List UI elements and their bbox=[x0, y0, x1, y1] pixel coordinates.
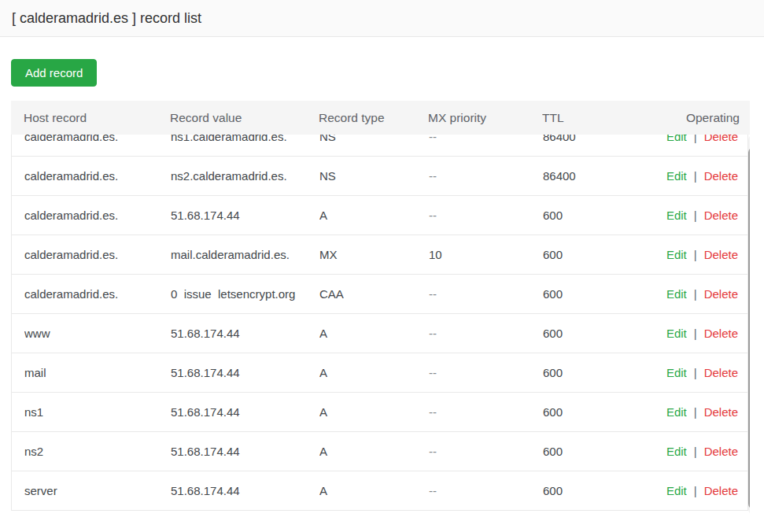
delete-link[interactable]: Delete bbox=[704, 484, 738, 497]
record-type-cell: MX bbox=[319, 248, 429, 261]
host-record-cell: server bbox=[24, 484, 171, 497]
page-title: [ calderamadrid.es ] record list bbox=[12, 10, 201, 27]
record-value-cell: 51.68.174.44 bbox=[171, 405, 319, 419]
column-header-record-value: Record value bbox=[170, 111, 319, 125]
scrollbar-thumb[interactable] bbox=[748, 147, 750, 509]
delete-link[interactable]: Delete bbox=[704, 209, 738, 222]
record-type-cell: A bbox=[319, 405, 429, 419]
ttl-cell: 86400 bbox=[543, 135, 630, 143]
operating-cell: Edit|Delete bbox=[630, 327, 747, 340]
mx-priority-cell: -- bbox=[429, 405, 543, 419]
table-scrollbar[interactable] bbox=[748, 135, 750, 515]
delete-link[interactable]: Delete bbox=[704, 287, 738, 301]
action-separator: | bbox=[694, 405, 697, 419]
record-type-cell: A bbox=[319, 209, 429, 222]
mx-priority-cell: -- bbox=[429, 169, 543, 183]
column-header-operating: Operating bbox=[629, 111, 750, 125]
action-separator: | bbox=[694, 327, 697, 340]
mx-priority-cell: -- bbox=[429, 209, 543, 222]
operating-cell: Edit|Delete bbox=[630, 209, 747, 222]
mx-priority-cell: -- bbox=[429, 135, 543, 143]
record-type-cell: NS bbox=[319, 169, 429, 183]
record-value-cell: ns2.calderamadrid.es. bbox=[171, 169, 319, 183]
operating-cell: Edit|Delete bbox=[630, 169, 747, 183]
record-type-cell: A bbox=[319, 445, 429, 458]
table-row: calderamadrid.es. ns2.calderamadrid.es. … bbox=[11, 157, 748, 196]
table-row: www 51.68.174.44 A -- 600 Edit|Delete bbox=[11, 314, 748, 353]
operating-cell: Edit|Delete bbox=[630, 484, 747, 497]
table-body-viewport[interactable]: calderamadrid.es. ns1.calderamadrid.es. … bbox=[11, 135, 750, 515]
edit-link[interactable]: Edit bbox=[666, 135, 687, 143]
edit-link[interactable]: Edit bbox=[666, 484, 687, 497]
ttl-cell: 86400 bbox=[543, 169, 630, 183]
edit-link[interactable]: Edit bbox=[666, 445, 687, 458]
action-separator: | bbox=[694, 484, 697, 497]
operating-cell: Edit|Delete bbox=[630, 366, 747, 379]
edit-link[interactable]: Edit bbox=[666, 327, 687, 340]
mx-priority-cell: 10 bbox=[429, 248, 543, 261]
delete-link[interactable]: Delete bbox=[704, 405, 738, 419]
record-value-cell: ns1.calderamadrid.es. bbox=[171, 135, 319, 143]
table-body-content: calderamadrid.es. ns1.calderamadrid.es. … bbox=[11, 135, 748, 511]
record-type-cell: A bbox=[319, 327, 429, 340]
host-record-cell: calderamadrid.es. bbox=[24, 169, 171, 183]
column-header-ttl: TTL bbox=[542, 111, 629, 125]
mx-priority-cell: -- bbox=[429, 366, 543, 379]
delete-link[interactable]: Delete bbox=[704, 366, 738, 379]
action-separator: | bbox=[694, 445, 697, 458]
table-row: ns2 51.68.174.44 A -- 600 Edit|Delete bbox=[11, 432, 748, 471]
mx-priority-cell: -- bbox=[429, 287, 543, 301]
mx-priority-cell: -- bbox=[429, 327, 543, 340]
ttl-cell: 600 bbox=[543, 209, 630, 222]
ttl-cell: 600 bbox=[543, 366, 630, 379]
delete-link[interactable]: Delete bbox=[704, 169, 738, 183]
table-row: calderamadrid.es. 51.68.174.44 A -- 600 … bbox=[11, 196, 748, 235]
record-type-cell: A bbox=[319, 484, 429, 497]
host-record-cell: calderamadrid.es. bbox=[24, 135, 171, 143]
ttl-cell: 600 bbox=[543, 405, 630, 419]
record-value-cell: mail.calderamadrid.es. bbox=[171, 248, 319, 261]
edit-link[interactable]: Edit bbox=[666, 287, 687, 301]
ttl-cell: 600 bbox=[543, 484, 630, 497]
table-header-row: Host record Record value Record type MX … bbox=[11, 101, 750, 135]
action-separator: | bbox=[694, 209, 697, 222]
toolbar: Add record bbox=[11, 59, 764, 87]
table-row: calderamadrid.es. mail.calderamadrid.es.… bbox=[11, 235, 748, 275]
add-record-button[interactable]: Add record bbox=[11, 59, 97, 87]
record-value-cell: 51.68.174.44 bbox=[171, 445, 319, 458]
record-table: Host record Record value Record type MX … bbox=[11, 101, 750, 515]
operating-cell: Edit|Delete bbox=[630, 135, 747, 143]
mx-priority-cell: -- bbox=[429, 484, 543, 497]
operating-cell: Edit|Delete bbox=[630, 445, 747, 458]
delete-link[interactable]: Delete bbox=[704, 248, 738, 261]
host-record-cell: ns1 bbox=[24, 405, 171, 419]
table-row: server 51.68.174.44 A -- 600 Edit|Delete bbox=[11, 471, 748, 511]
table-row: calderamadrid.es. 0 issue letsencrypt.or… bbox=[11, 275, 748, 314]
record-value-cell: 0 issue letsencrypt.org bbox=[171, 287, 319, 301]
edit-link[interactable]: Edit bbox=[666, 248, 687, 261]
host-record-cell: mail bbox=[24, 366, 171, 379]
operating-cell: Edit|Delete bbox=[630, 287, 747, 301]
delete-link[interactable]: Delete bbox=[704, 327, 738, 340]
column-header-mx-priority: MX priority bbox=[428, 111, 542, 125]
delete-link[interactable]: Delete bbox=[704, 135, 738, 143]
action-separator: | bbox=[694, 169, 697, 183]
page-header-bar: [ calderamadrid.es ] record list bbox=[0, 0, 764, 37]
delete-link[interactable]: Delete bbox=[704, 445, 738, 458]
host-record-cell: calderamadrid.es. bbox=[24, 248, 171, 261]
ttl-cell: 600 bbox=[543, 248, 630, 261]
ttl-cell: 600 bbox=[543, 445, 630, 458]
table-row: ns1 51.68.174.44 A -- 600 Edit|Delete bbox=[11, 393, 748, 432]
ttl-cell: 600 bbox=[543, 327, 630, 340]
record-value-cell: 51.68.174.44 bbox=[171, 366, 319, 379]
edit-link[interactable]: Edit bbox=[666, 169, 687, 183]
operating-cell: Edit|Delete bbox=[630, 405, 747, 419]
edit-link[interactable]: Edit bbox=[666, 366, 687, 379]
mx-priority-cell: -- bbox=[429, 445, 543, 458]
table-row: calderamadrid.es. ns1.calderamadrid.es. … bbox=[11, 135, 748, 157]
host-record-cell: calderamadrid.es. bbox=[24, 287, 171, 301]
record-type-cell: A bbox=[319, 366, 429, 379]
edit-link[interactable]: Edit bbox=[666, 405, 687, 419]
host-record-cell: ns2 bbox=[24, 445, 171, 458]
edit-link[interactable]: Edit bbox=[666, 209, 687, 222]
